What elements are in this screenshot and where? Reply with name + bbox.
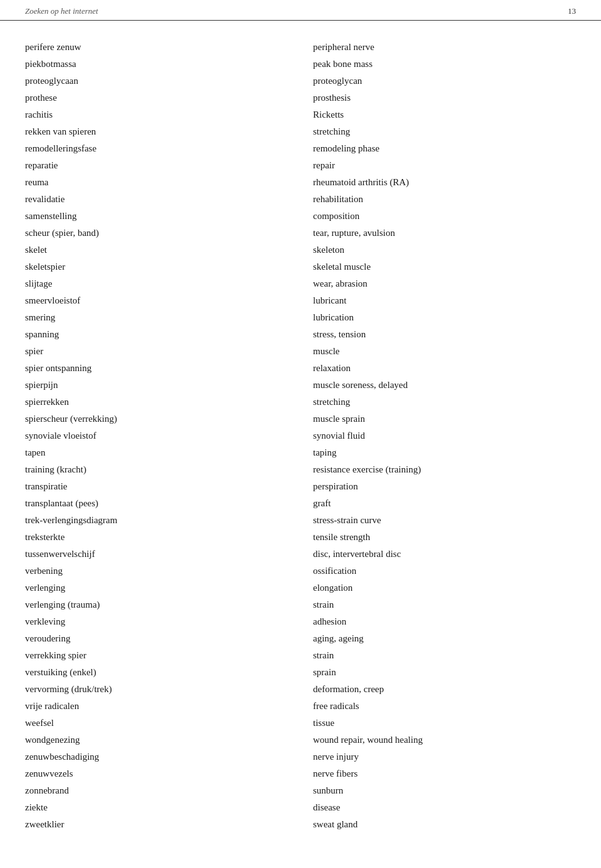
english-term-row: aging, ageing [313, 631, 576, 646]
english-term-row: free radicals [313, 698, 576, 713]
english-term: lubrication [313, 310, 354, 325]
english-term-row: stretching [313, 394, 576, 409]
dutch-term-row: rachitis [25, 107, 288, 122]
english-term: composition [313, 208, 359, 223]
dutch-term: transpiratie [25, 479, 67, 494]
english-term: rheumatoid arthritis (RA) [313, 175, 409, 190]
dutch-term-row: spier [25, 344, 288, 359]
english-term-row: stretching [313, 124, 576, 139]
english-term-row: disc, intervertebral disc [313, 546, 576, 561]
dutch-term: tussenwervelschijf [25, 546, 95, 561]
dutch-term: training (kracht) [25, 462, 86, 477]
dutch-term: verlenging (trauma) [25, 597, 100, 612]
dutch-term: slijtage [25, 276, 52, 291]
dutch-term: smeervloeistof [25, 293, 80, 308]
dutch-term-row: weefsel [25, 715, 288, 730]
dutch-term-row: verlenging [25, 580, 288, 595]
dutch-term-row: synoviale vloeistof [25, 428, 288, 443]
dutch-term: zweetklier [25, 817, 64, 832]
english-term: sweat gland [313, 817, 357, 832]
english-term: lubricant [313, 293, 346, 308]
dutch-term: ziekte [25, 800, 48, 815]
dutch-term-row: vervorming (druk/trek) [25, 682, 288, 697]
english-term: perspiration [313, 479, 358, 494]
english-term: synovial fluid [313, 428, 365, 443]
dutch-term-row: remodelleringsfase [25, 141, 288, 156]
english-term-row: lubrication [313, 310, 576, 325]
dutch-term-row: zenuwvezels [25, 766, 288, 781]
english-term-row: sprain [313, 665, 576, 680]
english-term-row: sunburn [313, 783, 576, 798]
english-term: graft [313, 496, 331, 511]
english-term-row: remodeling phase [313, 141, 576, 156]
english-term: strain [313, 597, 334, 612]
dutch-term: zenuwvezels [25, 766, 73, 781]
page-header: Zoeken op het internet 13 [0, 0, 601, 21]
dutch-term: perifere zenuw [25, 39, 81, 54]
dutch-term-row: rekken van spieren [25, 124, 288, 139]
dutch-term-row: verkleving [25, 614, 288, 629]
dutch-term: treksterkte [25, 529, 64, 544]
english-term-row: peripheral nerve [313, 39, 576, 54]
dutch-column: perifere zenuwpiekbotmassaproteoglycaanp… [25, 39, 300, 834]
header-title: Zoeken op het internet [25, 6, 98, 16]
english-term-row: proteoglycan [313, 73, 576, 88]
english-term-row: wear, abrasion [313, 276, 576, 291]
english-term-row: prosthesis [313, 90, 576, 105]
dutch-term: vrije radicalen [25, 698, 79, 713]
english-term-row: rehabilitation [313, 191, 576, 207]
dutch-term-row: piekbotmassa [25, 56, 288, 71]
dutch-term-row: vrije radicalen [25, 698, 288, 713]
english-term-row: tissue [313, 715, 576, 730]
dutch-term: verkleving [25, 614, 65, 629]
english-term-row: ossification [313, 563, 576, 578]
dutch-term: tapen [25, 445, 45, 460]
english-term: nerve injury [313, 749, 359, 764]
dutch-term: smering [25, 310, 55, 325]
english-term-row: stress-strain curve [313, 513, 576, 528]
english-term: repair [313, 158, 335, 173]
dutch-term-row: tapen [25, 445, 288, 460]
dutch-term: transplantaat (pees) [25, 496, 98, 511]
dutch-term: revalidatie [25, 191, 64, 207]
english-term-row: tear, rupture, avulsion [313, 225, 576, 240]
dutch-term: spierrekken [25, 394, 69, 409]
english-term: deformation, creep [313, 682, 384, 697]
content-area: perifere zenuwpiekbotmassaproteoglycaanp… [0, 21, 601, 859]
dutch-term: reparatie [25, 158, 58, 173]
dutch-term: vervorming (druk/trek) [25, 682, 112, 697]
english-term: stress-strain curve [313, 513, 381, 528]
dutch-term: scheur (spier, band) [25, 225, 99, 240]
dutch-term: rachitis [25, 107, 53, 122]
dutch-term: wondgenezing [25, 732, 80, 747]
dutch-term: piekbotmassa [25, 56, 76, 71]
english-term-row: perspiration [313, 479, 576, 494]
english-term: muscle soreness, delayed [313, 377, 408, 392]
english-term-row: stress, tension [313, 327, 576, 342]
dutch-term: trek-verlengingsdiagram [25, 513, 117, 528]
dutch-term-row: veroudering [25, 631, 288, 646]
dutch-term: verlenging [25, 580, 65, 595]
dutch-term-row: spierscheur (verrekking) [25, 411, 288, 426]
english-term: strain [313, 648, 334, 663]
dutch-term: zenuwbeschadiging [25, 749, 99, 764]
english-term-row: elongation [313, 580, 576, 595]
dutch-term-row: samenstelling [25, 208, 288, 223]
english-term: skeleton [313, 242, 344, 257]
dutch-term-row: zonnebrand [25, 783, 288, 798]
english-term-row: skeletal muscle [313, 259, 576, 274]
english-term: wound repair, wound healing [313, 732, 423, 747]
english-term-row: lubricant [313, 293, 576, 308]
english-term: taping [313, 445, 337, 460]
dutch-term: zonnebrand [25, 783, 69, 798]
dutch-term: proteoglycaan [25, 73, 78, 88]
english-term: proteoglycan [313, 73, 362, 88]
english-term-row: disease [313, 800, 576, 815]
english-term: relaxation [313, 360, 351, 375]
header-page-num: 13 [568, 6, 576, 16]
dutch-term-row: smeervloeistof [25, 293, 288, 308]
english-term-row: nerve injury [313, 749, 576, 764]
dutch-term-row: revalidatie [25, 191, 288, 207]
dutch-term: skelet [25, 242, 47, 257]
english-term-row: wound repair, wound healing [313, 732, 576, 747]
